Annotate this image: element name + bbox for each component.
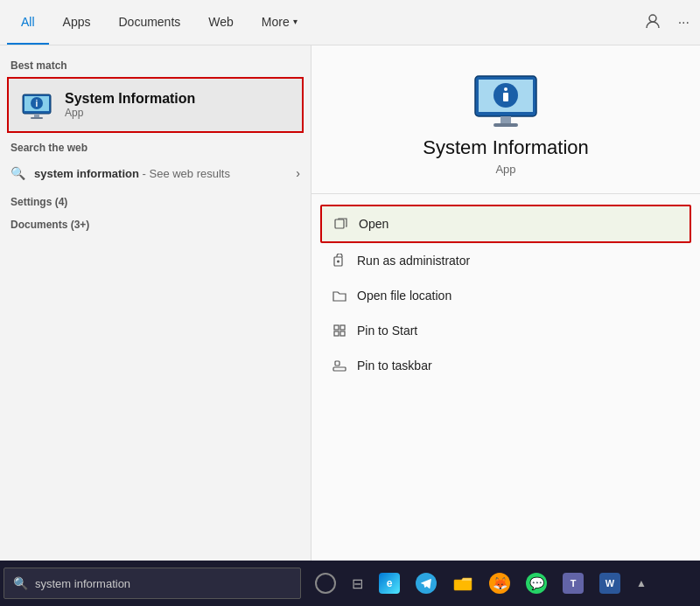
action-list: Open Run as administrator [312, 205, 700, 383]
taskbar-more-button[interactable]: ▲ [629, 572, 654, 595]
taskbar-search-bar[interactable]: 🔍 system information [4, 568, 301, 599]
web-search-suffix: - See web results [139, 167, 230, 180]
svg-rect-19 [334, 331, 339, 336]
best-match-subtitle: App [65, 107, 195, 119]
action-pin-taskbar-label: Pin to taskbar [357, 359, 432, 373]
svg-rect-5 [34, 114, 39, 117]
person-icon-button[interactable] [641, 10, 664, 36]
taskbar-word-button[interactable]: W [592, 568, 627, 599]
admin-icon [331, 252, 348, 269]
action-run-admin[interactable]: Run as administrator [320, 243, 691, 278]
taskbar-search-icon: 🔍 [13, 576, 28, 590]
taskbar-explorer-button[interactable] [445, 568, 480, 599]
taskbar-telegram-button[interactable] [409, 568, 444, 599]
top-nav: All Apps Documents Web More ▾ ··· [0, 0, 700, 45]
svg-rect-11 [503, 93, 508, 101]
app-title-large: System Information [423, 136, 589, 159]
left-panel: Best match i System Information [0, 45, 312, 561]
folder-icon [331, 287, 348, 304]
action-pin-taskbar[interactable]: Pin to taskbar [320, 348, 691, 383]
svg-point-0 [649, 15, 656, 22]
svg-point-10 [504, 87, 508, 91]
tab-more[interactable]: More ▾ [248, 0, 312, 45]
svg-rect-13 [494, 123, 518, 127]
best-match-label: Best match [0, 52, 311, 75]
pin-start-icon [331, 322, 348, 339]
taskbar-search-text: system information [35, 577, 130, 590]
web-search-text: system information - See web results [34, 167, 230, 180]
divider [312, 193, 700, 194]
chevron-down-icon: ▾ [293, 17, 298, 26]
svg-text:i: i [36, 99, 38, 108]
taskbar-teams-button[interactable]: T [556, 568, 591, 599]
chevron-right-icon: › [296, 166, 300, 180]
main-container: Best match i System Information [0, 45, 700, 561]
tab-web[interactable]: Web [194, 0, 248, 45]
svg-rect-22 [335, 361, 340, 366]
taskbar-whatsapp-button[interactable]: 💬 [519, 568, 554, 599]
web-search-query: system information [34, 167, 139, 180]
taskbar-taskview-button[interactable]: ⊟ [345, 570, 370, 597]
action-pin-start-label: Pin to Start [357, 324, 417, 338]
taskbar-circle-button[interactable] [308, 568, 343, 599]
search-icon: 🔍 [10, 166, 25, 180]
svg-rect-23 [454, 580, 472, 590]
more-options-button[interactable]: ··· [675, 11, 693, 34]
settings-label: Settings (4) [0, 189, 311, 212]
svg-point-16 [337, 261, 340, 263]
app-subtitle: App [495, 163, 515, 176]
documents-label: Documents (3+) [0, 212, 311, 234]
action-file-location-label: Open file location [357, 289, 452, 303]
action-open[interactable]: Open [320, 205, 691, 243]
taskbar-edge-button[interactable]: e [372, 568, 407, 599]
svg-rect-12 [500, 116, 511, 123]
svg-rect-17 [334, 325, 339, 330]
svg-rect-20 [340, 331, 345, 336]
taskbar-icons: ⊟ e 🦊 💬 [308, 568, 654, 599]
web-search-label: Search the web [0, 135, 311, 157]
taskbar-firefox-button[interactable]: 🦊 [482, 568, 517, 599]
pin-taskbar-icon [331, 357, 348, 374]
svg-rect-6 [31, 117, 43, 119]
right-panel: System Information App Open [312, 45, 700, 561]
best-match-item[interactable]: i System Information App [7, 77, 304, 133]
best-match-title: System Information [65, 91, 195, 107]
tab-apps[interactable]: Apps [49, 0, 105, 45]
action-admin-label: Run as administrator [357, 254, 470, 268]
nav-right: ··· [641, 10, 693, 36]
tab-documents[interactable]: Documents [104, 0, 194, 45]
action-pin-start[interactable]: Pin to Start [320, 313, 691, 348]
action-open-label: Open [359, 217, 388, 231]
web-search-item[interactable]: 🔍 system information - See web results › [0, 157, 311, 189]
open-icon [332, 215, 350, 233]
best-match-text: System Information App [65, 91, 195, 119]
taskbar: 🔍 system information ⊟ e [0, 561, 700, 606]
svg-rect-18 [340, 325, 345, 330]
system-info-icon-small: i [19, 87, 54, 122]
svg-rect-14 [335, 219, 344, 228]
app-icon-large [471, 72, 541, 136]
svg-rect-21 [333, 367, 346, 371]
action-file-location[interactable]: Open file location [320, 278, 691, 313]
tab-all[interactable]: All [7, 0, 49, 45]
